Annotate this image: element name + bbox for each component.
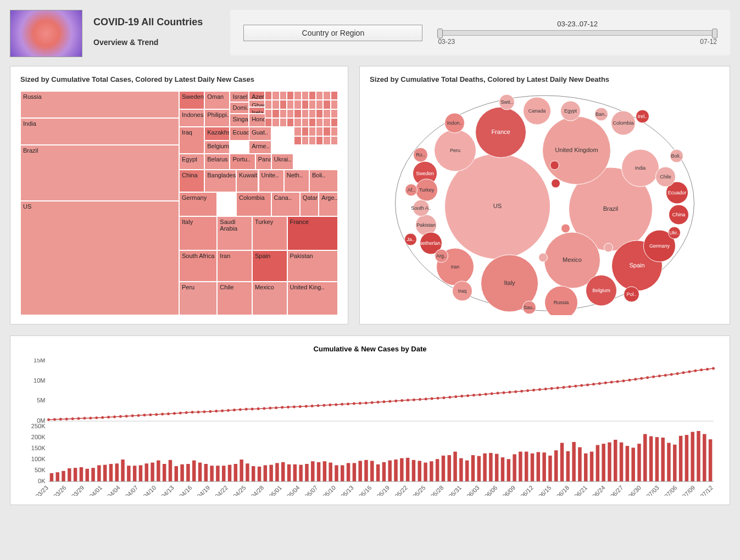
- bar[interactable]: [62, 471, 65, 481]
- bar[interactable]: [637, 444, 641, 481]
- bar[interactable]: [281, 462, 285, 481]
- line-point[interactable]: [682, 371, 685, 374]
- line-point[interactable]: [640, 377, 643, 380]
- line-point[interactable]: [658, 374, 661, 377]
- treemap-cell[interactable]: [316, 127, 323, 136]
- line-point[interactable]: [245, 408, 248, 411]
- line-point[interactable]: [89, 417, 92, 419]
- bar[interactable]: [186, 464, 190, 481]
- treemap-cell[interactable]: Turkey: [252, 216, 287, 250]
- treemap-cell[interactable]: [302, 118, 309, 127]
- line-point[interactable]: [497, 392, 499, 395]
- line-point[interactable]: [101, 416, 104, 419]
- bar[interactable]: [335, 465, 338, 481]
- line-point[interactable]: [520, 390, 523, 393]
- line-point[interactable]: [472, 394, 475, 396]
- line-point[interactable]: [466, 394, 469, 397]
- bar[interactable]: [234, 464, 237, 481]
- line-point[interactable]: [113, 416, 116, 418]
- bar[interactable]: [376, 464, 380, 481]
- treemap-cell[interactable]: South Africa: [179, 250, 217, 282]
- treemap-cell[interactable]: Neth..: [284, 170, 309, 192]
- bar[interactable]: [471, 455, 475, 481]
- bar[interactable]: [264, 465, 267, 481]
- bubble[interactable]: France: [476, 107, 526, 158]
- treemap-cell[interactable]: [294, 109, 301, 118]
- bar[interactable]: [151, 463, 154, 481]
- treemap-cell[interactable]: [323, 91, 330, 100]
- bar[interactable]: [453, 452, 457, 481]
- treemap-cell[interactable]: [302, 100, 309, 109]
- line-point[interactable]: [335, 403, 337, 406]
- treemap-cell[interactable]: [294, 118, 301, 127]
- treemap-cell[interactable]: Qatar: [300, 192, 319, 217]
- treemap-cell[interactable]: Ghana: [249, 100, 265, 107]
- bar[interactable]: [50, 473, 53, 481]
- treemap-cell[interactable]: Germany: [179, 192, 217, 217]
- bar[interactable]: [501, 457, 504, 481]
- treemap-cell[interactable]: Mexico: [252, 282, 287, 315]
- bar[interactable]: [548, 456, 552, 481]
- treemap-cell[interactable]: [331, 127, 338, 136]
- bubble[interactable]: South A..: [411, 200, 431, 216]
- bar[interactable]: [596, 445, 599, 481]
- bar[interactable]: [370, 461, 374, 481]
- bar[interactable]: [323, 461, 326, 481]
- treemap-cell[interactable]: [331, 91, 338, 100]
- line-point[interactable]: [634, 378, 637, 380]
- bar[interactable]: [198, 463, 202, 481]
- bar[interactable]: [572, 442, 575, 481]
- treemap-cell[interactable]: Peru: [179, 282, 217, 315]
- treemap-cell[interactable]: [287, 109, 294, 118]
- line-point[interactable]: [257, 407, 260, 410]
- bar[interactable]: [329, 463, 332, 481]
- bar[interactable]: [97, 465, 101, 481]
- line-series[interactable]: [49, 368, 714, 420]
- treemap-cell[interactable]: [265, 100, 272, 109]
- treemap-cell[interactable]: [265, 91, 272, 100]
- line-point[interactable]: [125, 415, 128, 417]
- treemap-cell[interactable]: [316, 109, 323, 118]
- treemap-cell[interactable]: US: [20, 201, 179, 315]
- line-point[interactable]: [107, 416, 110, 418]
- line-point[interactable]: [557, 387, 559, 389]
- bar[interactable]: [121, 460, 124, 481]
- line-point[interactable]: [185, 411, 188, 414]
- line-point[interactable]: [622, 379, 625, 382]
- line-point[interactable]: [263, 407, 265, 410]
- treemap-cell[interactable]: Domi..: [230, 102, 249, 113]
- line-point[interactable]: [347, 402, 349, 405]
- line-point[interactable]: [215, 410, 218, 412]
- line-point[interactable]: [544, 388, 547, 390]
- treemap-cell[interactable]: [272, 100, 279, 109]
- bar[interactable]: [91, 468, 94, 481]
- bar[interactable]: [465, 461, 469, 481]
- line-point[interactable]: [382, 400, 385, 403]
- treemap-cell[interactable]: [323, 118, 330, 127]
- line-point[interactable]: [365, 401, 368, 404]
- bar[interactable]: [258, 467, 261, 481]
- line-point[interactable]: [425, 397, 427, 400]
- bar[interactable]: [347, 463, 350, 481]
- bar[interactable]: [537, 452, 540, 481]
- treemap-cell[interactable]: [287, 118, 294, 127]
- bubble[interactable]: Iraq: [453, 281, 472, 301]
- line-point[interactable]: [485, 393, 487, 395]
- bar[interactable]: [685, 435, 688, 481]
- bar[interactable]: [459, 458, 463, 481]
- bubble[interactable]: Arg..: [435, 249, 448, 262]
- line-point[interactable]: [83, 417, 86, 419]
- line-point[interactable]: [586, 384, 589, 387]
- bubble[interactable]: Egypt: [561, 101, 581, 121]
- bar[interactable]: [602, 444, 605, 481]
- treemap-cell[interactable]: [316, 118, 323, 127]
- line-point[interactable]: [95, 416, 98, 419]
- line-point[interactable]: [143, 414, 146, 417]
- bar[interactable]: [631, 447, 635, 481]
- bubble[interactable]: Boli..: [670, 149, 683, 163]
- treemap-cell[interactable]: [302, 127, 309, 136]
- line-point[interactable]: [592, 383, 595, 385]
- bar[interactable]: [542, 452, 546, 481]
- line-point[interactable]: [197, 411, 200, 413]
- treemap-cell[interactable]: Unite..: [259, 170, 284, 192]
